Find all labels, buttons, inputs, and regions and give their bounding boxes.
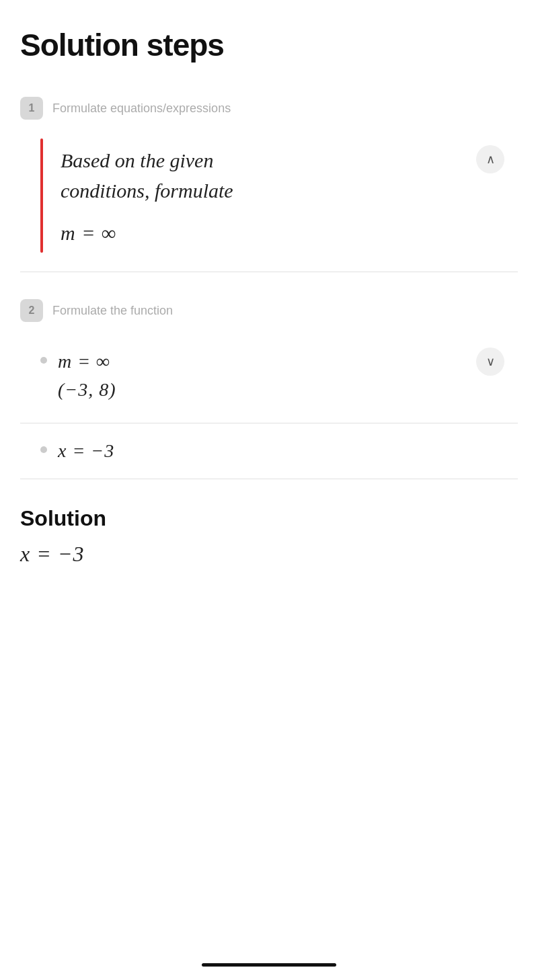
step2-bullet1-math: m = ∞ (−3, 8) — [58, 348, 116, 404]
step2-bullet1-row: m = ∞ (−3, 8) — [40, 348, 477, 404]
page-title: Solution steps — [20, 27, 518, 63]
step2-divider2 — [20, 479, 518, 479]
bottom-home-bar — [202, 963, 336, 967]
step2-bullet1-line2: (−3, 8) — [58, 379, 116, 400]
step2-bullet2-math: x = −3 — [58, 437, 114, 465]
solution-section: Solution x = −3 — [20, 506, 518, 567]
step1-italic-text: Based on the given conditions, formulate — [61, 145, 477, 206]
step1-italic-line2: conditions, formulate — [61, 179, 233, 202]
step1-label: Formulate equations/expressions — [52, 101, 231, 116]
solution-math: x = −3 — [20, 542, 518, 567]
page-container: Solution steps 1 Formulate equations/exp… — [0, 0, 538, 620]
step2-content-wrapper: m = ∞ (−3, 8) ∨ — [20, 341, 518, 423]
step2-header: 2 Formulate the function — [20, 299, 518, 322]
step1-divider — [20, 272, 518, 272]
step2-divider1 — [20, 423, 518, 423]
step1-chevron-button[interactable]: ∧ — [476, 145, 504, 173]
step2-section: 2 Formulate the function m = ∞ (−3, 8) ∨… — [20, 299, 518, 479]
step1-section: 1 Formulate equations/expressions Based … — [20, 97, 518, 272]
step2-bullet2-row: x = −3 — [20, 437, 518, 465]
step1-math: m = ∞ — [61, 222, 477, 245]
step1-italic-line1: Based on the given — [61, 149, 213, 171]
bullet2-dot — [40, 446, 47, 453]
step1-content-wrapper: Based on the given conditions, formulate… — [20, 138, 518, 265]
step1-badge: 1 — [20, 97, 43, 120]
step2-badge: 2 — [20, 299, 43, 322]
bullet1-dot — [40, 357, 47, 364]
step2-bullet1-line1: m = ∞ — [58, 351, 110, 372]
step1-content: Based on the given conditions, formulate… — [20, 138, 518, 265]
step1-header: 1 Formulate equations/expressions — [20, 97, 518, 120]
solution-title: Solution — [20, 506, 518, 531]
step2-chevron-button[interactable]: ∨ — [476, 348, 504, 376]
step2-label: Formulate the function — [52, 304, 173, 318]
step2-content: m = ∞ (−3, 8) — [20, 341, 518, 423]
red-accent-bar — [40, 138, 43, 253]
